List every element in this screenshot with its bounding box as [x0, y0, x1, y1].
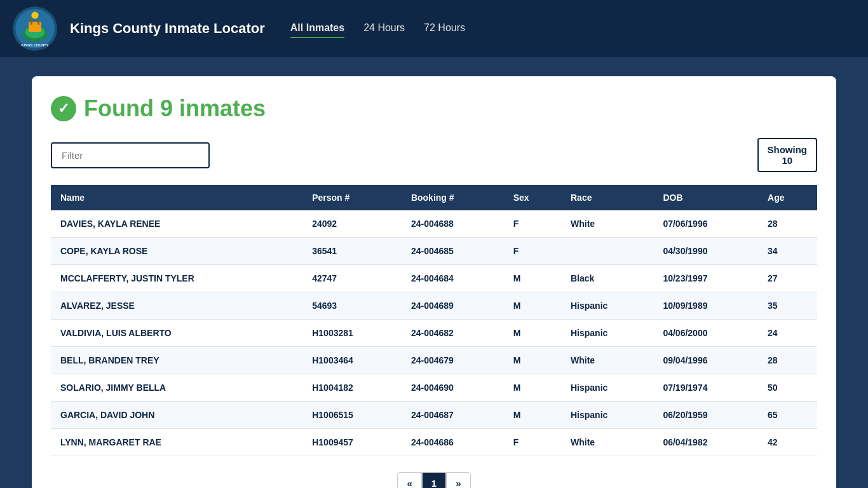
col-sex: Sex [504, 185, 561, 210]
cell-3: M [504, 320, 561, 347]
table-row[interactable]: LYNN, MARGARET RAEH100945724-004686FWhit… [51, 429, 817, 456]
col-race: Race [561, 185, 653, 210]
cell-0: LYNN, MARGARET RAE [51, 429, 302, 456]
svg-rect-5 [31, 18, 32, 25]
main-content: Found 9 inmates Showing10 Name Person # … [0, 57, 868, 488]
cell-0: SOLARIO, JIMMY BELLA [51, 374, 302, 402]
cell-0: MCCLAFFERTY, JUSTIN TYLER [51, 265, 302, 292]
cell-1: 54693 [302, 292, 402, 320]
col-booking: Booking # [402, 185, 504, 210]
cell-5: 06/20/1959 [653, 402, 758, 429]
cell-1: H1004182 [302, 374, 402, 402]
table-row[interactable]: COPE, KAYLA ROSE3654124-004685F04/30/199… [51, 238, 817, 265]
col-person: Person # [302, 185, 402, 210]
cell-3: F [504, 210, 561, 238]
filter-input[interactable] [51, 142, 210, 168]
cell-6: 50 [758, 374, 817, 402]
cell-4: White [561, 210, 653, 238]
cell-5: 07/06/1996 [653, 210, 758, 238]
cell-0: VALDIVIA, LUIS ALBERTO [51, 320, 302, 347]
cell-4: Hispanic [561, 292, 653, 320]
nav-all-inmates[interactable]: All Inmates [290, 19, 344, 38]
cell-6: 34 [758, 238, 817, 265]
col-dob: DOB [653, 185, 758, 210]
nav-72-hours[interactable]: 72 Hours [424, 19, 465, 38]
found-title: Found 9 inmates [84, 95, 266, 122]
cell-6: 28 [758, 210, 817, 238]
cell-5: 06/04/1982 [653, 429, 758, 456]
cell-5: 07/19/1974 [653, 374, 758, 402]
cell-2: 24-004679 [402, 347, 504, 374]
filter-row: Showing10 [51, 138, 817, 172]
cell-4: Hispanic [561, 374, 653, 402]
cell-2: 24-004688 [402, 210, 504, 238]
cell-5: 04/06/2000 [653, 320, 758, 347]
cell-3: F [504, 429, 561, 456]
svg-text:KINGS COUNTY: KINGS COUNTY [22, 43, 49, 47]
cell-1: H1009457 [302, 429, 402, 456]
pagination: « 1 » [51, 472, 817, 488]
cell-2: 24-004685 [402, 238, 504, 265]
cell-2: 24-004686 [402, 429, 504, 456]
table-row[interactable]: GARCIA, DAVID JOHNH100651524-004687MHisp… [51, 402, 817, 429]
prev-page-button[interactable]: « [397, 472, 421, 488]
table-header: Name Person # Booking # Sex Race DOB Age [51, 185, 817, 210]
cell-5: 04/30/1990 [653, 238, 758, 265]
cell-4: White [561, 429, 653, 456]
header-title: Kings County Inmate Locator [70, 20, 265, 37]
cell-3: M [504, 347, 561, 374]
logo: KINGS COUNTY [13, 6, 57, 51]
cell-0: DAVIES, KAYLA RENEE [51, 210, 302, 238]
cell-4: White [561, 347, 653, 374]
table-body: DAVIES, KAYLA RENEE2409224-004688FWhite0… [51, 210, 817, 456]
cell-5: 10/09/1989 [653, 292, 758, 320]
svg-point-7 [31, 11, 38, 18]
table-row[interactable]: DAVIES, KAYLA RENEE2409224-004688FWhite0… [51, 210, 817, 238]
header-nav: All Inmates 24 Hours 72 Hours [290, 19, 465, 38]
cell-0: COPE, KAYLA ROSE [51, 238, 302, 265]
found-header: Found 9 inmates [51, 95, 817, 122]
cell-6: 24 [758, 320, 817, 347]
cell-0: BELL, BRANDEN TREY [51, 347, 302, 374]
cell-1: 42747 [302, 265, 402, 292]
cell-3: M [504, 265, 561, 292]
cell-3: F [504, 238, 561, 265]
cell-4 [561, 238, 653, 265]
cell-1: H1003281 [302, 320, 402, 347]
header: KINGS COUNTY Kings County Inmate Locator… [0, 0, 868, 57]
col-name: Name [51, 185, 302, 210]
table-row[interactable]: SOLARIO, JIMMY BELLAH100418224-004690MHi… [51, 374, 817, 402]
cell-6: 35 [758, 292, 817, 320]
cell-2: 24-004689 [402, 292, 504, 320]
cell-1: H1006515 [302, 402, 402, 429]
cell-3: M [504, 292, 561, 320]
cell-5: 09/04/1996 [653, 347, 758, 374]
nav-24-hours[interactable]: 24 Hours [363, 19, 405, 38]
table-header-row: Name Person # Booking # Sex Race DOB Age [51, 185, 817, 210]
cell-4: Black [561, 265, 653, 292]
cell-4: Hispanic [561, 402, 653, 429]
cell-2: 24-004684 [402, 265, 504, 292]
cell-2: 24-004682 [402, 320, 504, 347]
table-row[interactable]: ALVAREZ, JESSE5469324-004689MHispanic10/… [51, 292, 817, 320]
cell-4: Hispanic [561, 320, 653, 347]
table-row[interactable]: VALDIVIA, LUIS ALBERTOH100328124-004682M… [51, 320, 817, 347]
table-row[interactable]: BELL, BRANDEN TREYH100346424-004679MWhit… [51, 347, 817, 374]
results-card: Found 9 inmates Showing10 Name Person # … [32, 76, 836, 488]
next-page-button[interactable]: » [446, 472, 470, 488]
cell-0: GARCIA, DAVID JOHN [51, 402, 302, 429]
cell-1: H1003464 [302, 347, 402, 374]
cell-3: M [504, 402, 561, 429]
table-row[interactable]: MCCLAFFERTY, JUSTIN TYLER4274724-004684M… [51, 265, 817, 292]
cell-1: 36541 [302, 238, 402, 265]
check-icon [51, 96, 76, 121]
cell-2: 24-004690 [402, 374, 504, 402]
cell-0: ALVAREZ, JESSE [51, 292, 302, 320]
cell-6: 65 [758, 402, 817, 429]
current-page-button[interactable]: 1 [422, 472, 446, 488]
cell-2: 24-004687 [402, 402, 504, 429]
col-age: Age [758, 185, 817, 210]
cell-5: 10/23/1997 [653, 265, 758, 292]
showing-badge[interactable]: Showing10 [757, 138, 818, 172]
cell-6: 27 [758, 265, 817, 292]
